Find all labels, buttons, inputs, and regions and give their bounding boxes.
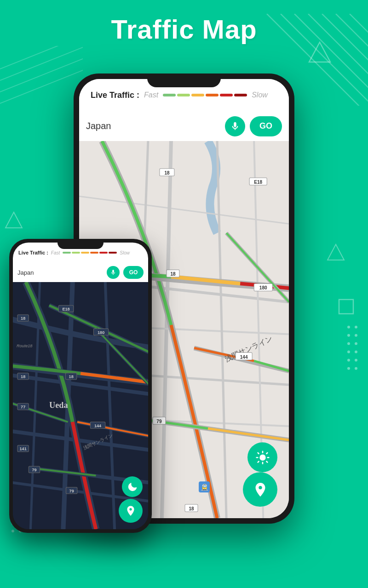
traffic-gradient [163,94,247,96]
svg-text:141: 141 [20,447,27,451]
svg-line-64 [258,461,259,462]
svg-point-21 [347,351,350,353]
svg-text:Ueda: Ueda [49,401,68,410]
slow-label: Slow [252,91,268,99]
svg-rect-13 [339,300,353,314]
svg-text:79: 79 [156,419,162,424]
svg-point-24 [355,359,357,362]
svg-point-25 [347,367,350,370]
traffic-gradient-sec [63,252,117,254]
svg-point-57 [259,454,265,460]
svg-text:18: 18 [189,506,194,511]
svg-text:180: 180 [98,330,104,335]
svg-line-62 [258,452,259,453]
svg-text:18: 18 [69,374,74,379]
svg-text:144: 144 [94,424,102,428]
svg-marker-11 [309,42,330,62]
svg-text:79: 79 [32,468,36,472]
svg-point-36 [12,530,14,532]
svg-point-19 [347,342,350,345]
svg-marker-14 [328,244,344,260]
svg-text:E18: E18 [254,180,262,185]
svg-text:18: 18 [164,170,170,175]
svg-text:E18: E18 [62,307,69,311]
svg-line-7 [0,46,83,69]
svg-text:79: 79 [69,489,74,493]
fast-label-sec: Fast [51,250,60,255]
secondary-phone: Live Traffic : Fast Slow Japan GO [9,239,152,533]
svg-text:18: 18 [21,316,25,321]
svg-text:77: 77 [21,405,25,409]
go-button-sec[interactable]: GO [123,266,144,279]
location-button-sec[interactable] [119,499,143,523]
svg-point-17 [347,334,350,337]
search-bar-main: Japan GO [79,111,289,141]
traffic-label-sec: Live Traffic : [18,250,48,255]
mic-button-sec[interactable] [107,266,120,279]
svg-text:Route18: Route18 [17,344,33,348]
svg-point-15 [347,326,350,328]
slow-label-sec: Slow [120,250,130,255]
svg-point-26 [355,367,357,370]
location-button-main[interactable] [243,472,277,507]
svg-text:18: 18 [21,374,25,379]
mic-button-main[interactable] [225,116,245,136]
svg-text:144: 144 [240,355,248,360]
svg-text:🚊: 🚊 [201,483,209,491]
svg-marker-12 [6,212,22,228]
svg-line-65 [266,452,267,453]
svg-point-23 [347,359,350,362]
moon-button[interactable] [122,476,143,497]
search-value-sec: Japan [17,269,103,276]
svg-point-20 [355,342,357,345]
svg-point-16 [355,326,357,328]
svg-text:18: 18 [170,271,176,277]
traffic-label: Live Traffic : [91,90,139,100]
search-value-main: Japan [86,121,220,131]
night-map[interactable]: Ueda 浅間サンライン 18 E18 18 18 180 144 79 [13,282,148,529]
search-bar-sec: Japan GO [13,263,148,282]
svg-text:180: 180 [259,285,267,290]
sun-button[interactable] [247,442,277,472]
go-button-main[interactable]: GO [250,116,282,136]
svg-point-18 [355,334,357,337]
svg-line-63 [266,461,267,462]
fast-label: Fast [144,91,158,99]
svg-line-10 [0,67,83,103]
page-title: Traffic Map [0,14,368,45]
svg-point-22 [355,351,357,353]
